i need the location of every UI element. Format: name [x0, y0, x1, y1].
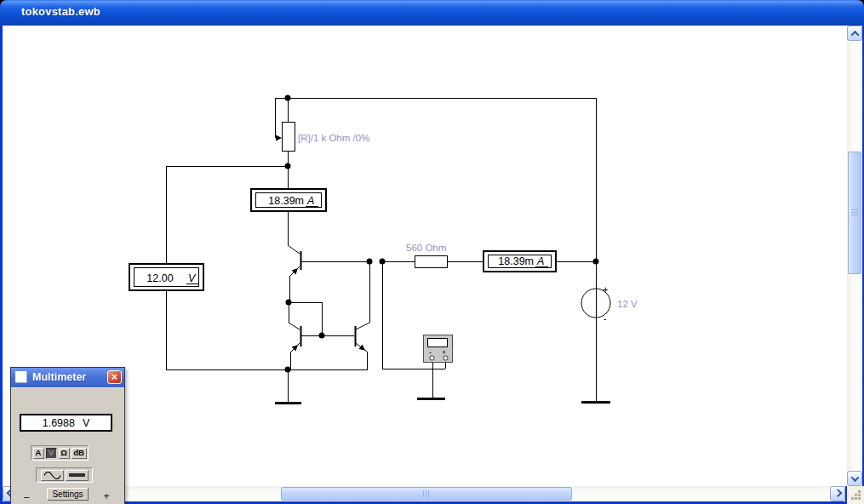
close-icon: × [112, 372, 117, 382]
ampere-mode-button[interactable]: A [33, 448, 44, 459]
multimeter-window[interactable]: Multimeter × 1.6988 V A V Ω dB [10, 367, 125, 504]
multimeter-display-unit: V [83, 417, 89, 429]
multimeter-display-value: 1.6988 [43, 417, 75, 429]
source-label: 12 V [617, 299, 638, 309]
horizontal-scroll-thumb[interactable] [281, 487, 572, 501]
resize-grip-icon [858, 497, 861, 500]
negative-terminal-label: − [20, 492, 33, 504]
transistor-q2[interactable] [292, 326, 301, 351]
volt-mode-button[interactable]: V [46, 448, 57, 459]
ammeter-top-value: 18.39m [268, 195, 304, 207]
emitter-arrow-icon [358, 344, 365, 350]
ammeter-right-unit: A [536, 255, 544, 267]
signal-mode-group [36, 467, 93, 483]
decibel-mode-button[interactable]: dB [72, 448, 87, 459]
titlebar[interactable]: tokovstab.ewb [0, 0, 864, 26]
resistor[interactable]: 560 Ohm [406, 243, 447, 267]
resize-grip[interactable] [847, 486, 864, 504]
dc-voltage-source[interactable]: + - 12 V [581, 284, 638, 324]
multimeter-title: Multimeter [32, 371, 86, 383]
multimeter-window-icon [15, 371, 27, 383]
scroll-down-button[interactable] [847, 471, 862, 486]
multimeter-body: 1.6988 V A V Ω dB Settings − [11, 387, 124, 504]
close-button[interactable]: × [107, 370, 122, 384]
window-title: tokovstab.ewb [21, 5, 100, 18]
chevron-down-icon [850, 473, 859, 482]
horizontal-scrollbar[interactable] [3, 486, 845, 501]
mode-button-group: A V Ω dB [31, 445, 89, 461]
dc-line-icon [69, 473, 85, 477]
multimeter-probe-icon[interactable]: - + [423, 335, 452, 362]
potentiometer[interactable]: [R]/1 k Ohm /0% [276, 122, 369, 151]
ac-mode-button[interactable] [41, 470, 64, 481]
transistor-q1[interactable] [292, 251, 301, 274]
ammeter-top-unit: A [306, 195, 314, 207]
circuit-canvas[interactable]: [R]/1 k Ohm /0% 560 Ohm 12.00 V 18.39m A [3, 26, 847, 486]
positive-terminal-label: + [100, 490, 113, 502]
chevron-right-icon [833, 489, 842, 497]
multimeter-display: 1.6988 V [20, 414, 112, 432]
multimeter-titlebar[interactable]: Multimeter × [11, 368, 124, 387]
settings-button[interactable]: Settings [47, 488, 89, 501]
wiper-arrow-icon [276, 135, 282, 141]
dc-mode-button[interactable] [66, 470, 89, 481]
source-plus-label: + [603, 284, 608, 295]
scroll-right-button[interactable] [830, 486, 845, 501]
sine-wave-icon [43, 472, 61, 479]
ammeter-right-value: 18.39m [498, 255, 534, 267]
scroll-up-button[interactable] [847, 26, 862, 41]
chevron-up-icon [850, 30, 859, 38]
ewb-application-window: tokovstab.ewb [0, 0, 864, 504]
source-minus-label: - [604, 313, 607, 324]
vertical-scrollbar[interactable] [847, 26, 862, 486]
thumb-grip-icon [423, 490, 431, 497]
resistor-label: 560 Ohm [406, 243, 446, 253]
potentiometer-label: [R]/1 k Ohm /0% [298, 133, 369, 143]
probe-minus-label: - [429, 348, 432, 357]
negative-terminal-block: − [20, 492, 33, 504]
voltmeter-value: 12.00 [146, 272, 173, 284]
ohm-mode-button[interactable]: Ω [59, 448, 70, 459]
ammeter-top[interactable]: 18.39m A [251, 189, 326, 211]
thumb-grip-icon [851, 209, 858, 217]
voltmeter[interactable]: 12.00 V [129, 264, 203, 290]
ammeter-right[interactable]: 18.39m A [483, 251, 556, 272]
vertical-scroll-thumb[interactable] [848, 152, 861, 274]
positive-terminal-block: + [100, 490, 113, 504]
